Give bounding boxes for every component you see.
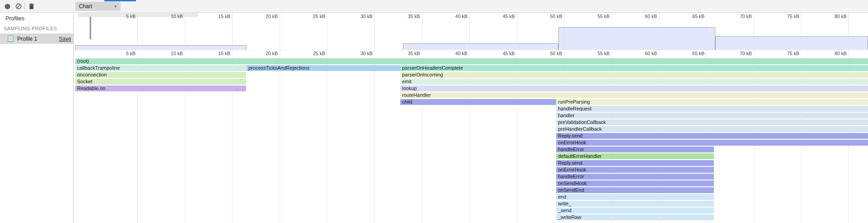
- overview-gridline: [232, 13, 233, 50]
- flame-bar[interactable]: defaultErrorHandler: [556, 153, 714, 159]
- flame-bar[interactable]: _writeRaw: [556, 214, 714, 220]
- delete-profile-button[interactable]: [27, 2, 36, 11]
- flame-ruler-tick-label: 55 kB: [584, 51, 610, 56]
- overview-tick-label: 55 kB: [584, 14, 610, 19]
- flame-ruler-tick-label: 20 kB: [252, 51, 278, 56]
- flame-bar[interactable]: parserOnIncoming: [400, 72, 868, 78]
- flame-bar[interactable]: callbackTrampoline: [75, 65, 247, 71]
- overview-gridline: [185, 13, 185, 50]
- overview-tick-label: 35 kB: [395, 14, 420, 19]
- overview-tick-label: 50 kB: [537, 14, 562, 19]
- overview-gridline: [327, 13, 327, 50]
- flame-ruler-tick-label: 5 kB: [110, 51, 136, 56]
- record-button[interactable]: [3, 2, 12, 11]
- flame-bar[interactable]: handleError: [556, 174, 714, 180]
- flame-bar[interactable]: onSendHook: [556, 180, 714, 186]
- overview-tick-label: 5 kB: [110, 14, 136, 19]
- flame-bar[interactable]: runPreParsing: [556, 99, 868, 105]
- flame-ruler-tick-label: 80 kB: [821, 51, 847, 56]
- flame-bar[interactable]: Socket: [75, 79, 246, 85]
- flame-bar[interactable]: write_: [556, 201, 714, 207]
- profile-icon: [8, 35, 14, 42]
- profile-list-item[interactable]: Profile 1 Save: [0, 33, 74, 44]
- flame-ruler-tick-label: 75 kB: [774, 51, 799, 56]
- flame-bar[interactable]: onconnection: [75, 72, 246, 78]
- flame-bar[interactable]: parserOnHeadersComplete: [400, 65, 868, 71]
- flame-chart-area: 5 kB5 kB10 kB10 kB15 kB15 kB20 kB20 kB25…: [74, 13, 868, 223]
- flame-ruler-tick-label: 10 kB: [158, 51, 183, 56]
- flame-ruler-tick-label: 70 kB: [727, 51, 752, 56]
- overview-tick-label: 75 kB: [774, 14, 799, 19]
- flame-ruler-tick-label: 60 kB: [632, 51, 657, 56]
- overview-step: [75, 45, 247, 50]
- sidebar-title: Profiles: [5, 15, 24, 22]
- save-link[interactable]: Save: [59, 36, 71, 42]
- view-mode-value: Chart: [75, 3, 114, 9]
- flame-bar[interactable]: _send: [556, 208, 714, 214]
- profile-name: Profile 1: [17, 36, 59, 42]
- overview-tick-label: 30 kB: [347, 14, 373, 19]
- flame-bar[interactable]: handleError: [556, 147, 714, 152]
- sampling-profiles-section-label: SAMPLING PROFILES: [4, 26, 57, 31]
- block-icon: [15, 3, 22, 9]
- toolbar-divider: [24, 2, 25, 10]
- overview-tick-label: 60 kB: [632, 14, 657, 19]
- record-icon: [5, 4, 10, 9]
- flame-bar[interactable]: Reply.send: [556, 160, 714, 166]
- flame-gridline: [374, 50, 375, 223]
- flame-bar[interactable]: onSendEnd: [556, 187, 714, 193]
- overview-tick-label: 25 kB: [300, 14, 325, 19]
- overview-gridline: [137, 13, 138, 50]
- overview-step: [403, 43, 558, 50]
- flame-ruler-tick-label: 35 kB: [395, 51, 420, 56]
- flame-ruler-tick-label: 45 kB: [490, 51, 515, 56]
- flame-ruler-tick-label: 30 kB: [347, 51, 373, 56]
- flame-ruler-tick-label: 15 kB: [205, 51, 230, 56]
- flame-bar[interactable]: (root): [75, 58, 868, 64]
- overview-tick-label: 80 kB: [821, 14, 847, 19]
- flame-bar[interactable]: Reply.send: [556, 133, 868, 139]
- overview-tick-label: 20 kB: [252, 14, 278, 19]
- flame-bar[interactable]: lookup: [400, 85, 868, 91]
- flame-bar[interactable]: handleRequest: [556, 106, 868, 112]
- toolbar: Chart ▼: [0, 0, 868, 13]
- flame-bar[interactable]: onErrorHook: [556, 167, 714, 173]
- dropdown-caret-icon: ▼: [114, 5, 121, 9]
- flame-ruler-tick-label: 40 kB: [442, 51, 467, 56]
- overview-gridline: [280, 13, 280, 50]
- flame-gridline: [327, 50, 327, 223]
- flame-bar[interactable]: routeHandler: [400, 92, 868, 98]
- flame-bar[interactable]: Readable.on: [75, 85, 246, 91]
- memory-profiler-panel: Chart ▼ Profiles SAMPLING PROFILES Profi…: [0, 0, 868, 223]
- flame-ruler-tick-label: 50 kB: [537, 51, 562, 56]
- overview-tick-label: 40 kB: [442, 14, 467, 19]
- overview-tick-label: 15 kB: [205, 14, 230, 19]
- overview-tick-label: 70 kB: [727, 14, 752, 19]
- flame-bar[interactable]: child: [400, 99, 556, 105]
- overview-tick-label: 65 kB: [679, 14, 704, 19]
- flame-bar[interactable]: handler: [556, 113, 868, 119]
- profiles-sidebar: Profiles SAMPLING PROFILES Profile 1 Sav…: [0, 13, 74, 223]
- flame-bar[interactable]: preHandlerCallback: [556, 126, 868, 132]
- active-tab-underline: [104, 0, 136, 1]
- overview-step: [558, 27, 715, 50]
- overview-gridline: [374, 13, 375, 50]
- overview-step: [715, 36, 868, 50]
- trash-icon: [29, 3, 34, 9]
- flame-bar[interactable]: emit: [400, 79, 868, 85]
- flame-ruler-tick-label: 25 kB: [300, 51, 325, 56]
- clear-button[interactable]: [14, 2, 23, 11]
- flame-ruler-tick-label: 65 kB: [679, 51, 704, 56]
- flame-bar[interactable]: end: [556, 194, 714, 200]
- overview-flame-separator: [74, 50, 868, 50]
- overview-tick-label: 45 kB: [490, 14, 515, 19]
- view-mode-select[interactable]: Chart ▼: [75, 2, 121, 11]
- overview-window-handle[interactable]: [90, 17, 91, 39]
- flame-gridline: [280, 50, 280, 223]
- flame-bar[interactable]: preValidationCallback: [556, 119, 868, 125]
- overview-tick-label: 10 kB: [158, 14, 183, 19]
- flame-bar[interactable]: processTicksAndRejections: [247, 65, 400, 71]
- flame-bar[interactable]: onErrorHook: [556, 140, 868, 146]
